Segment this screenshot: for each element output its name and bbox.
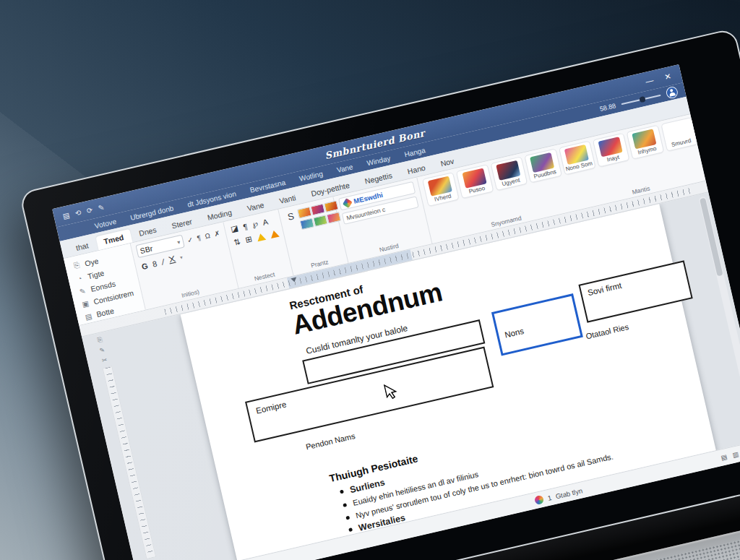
- style-chips[interactable]: [297, 201, 340, 230]
- accessibility-icon[interactable]: [534, 495, 544, 505]
- paragraph-tool-icon[interactable]: ¶: [242, 222, 248, 231]
- gallery-item[interactable]: Pusoo: [456, 164, 494, 199]
- field-caption: Otataol Ries: [585, 322, 629, 340]
- page-number: 1: [546, 494, 552, 502]
- author-group: Iyiws ≈ nSEm Arthbr: [725, 89, 740, 173]
- borders-icon[interactable]: ⊞: [244, 234, 253, 245]
- celebrate-button[interactable]: Iyiws: [730, 100, 740, 134]
- paragraph-tool-icon[interactable]: ◪: [230, 223, 239, 234]
- form-field-nons-selected[interactable]: Nons: [491, 293, 583, 356]
- font-tool-icon[interactable]: ¶: [196, 233, 202, 241]
- zoom-value: 58.88: [599, 102, 616, 113]
- vertical-ruler[interactable]: [102, 366, 156, 559]
- vertical-scrollbar[interactable]: [699, 196, 740, 421]
- style-set-icon[interactable]: S: [286, 210, 295, 223]
- underline-icon[interactable]: ᙭: [168, 254, 176, 265]
- gallery-item[interactable]: Ugyent: [490, 156, 528, 191]
- minimize-button[interactable]: —: [645, 75, 655, 86]
- laptop-lid-bezel: ▤⟲⟳✎ Smbnrtuierd Bonr — ✕ VotoveUbrergd …: [19, 27, 740, 560]
- celebrate-label: Iyiws: [736, 119, 740, 132]
- paragraph-tool-icon[interactable]: A: [262, 217, 269, 226]
- gallery-item[interactable]: Inhymo: [627, 125, 664, 160]
- font-tool-icon[interactable]: Ω: [203, 231, 211, 240]
- canvas-tools: ⎘ ✎ ✂: [94, 335, 111, 364]
- page-icon[interactable]: ⎘: [97, 335, 103, 344]
- sort-icon[interactable]: ⇅: [233, 237, 241, 248]
- chevron-down-icon[interactable]: ▾: [179, 254, 183, 261]
- sidebar-item-label: Tigte: [87, 268, 105, 280]
- font-name-value: SBr: [139, 244, 154, 255]
- scene-background: 567890-= TYUIOP[] GHJKL;' VBNM,./: [0, 0, 740, 560]
- font-mini-icons: ✓¶Ω✗: [186, 228, 221, 244]
- font-color-icon[interactable]: [270, 229, 280, 238]
- paragraph-tool-icon[interactable]: ℘: [251, 219, 259, 229]
- menu-item[interactable]: Votove: [94, 217, 117, 230]
- clip-icon[interactable]: ✂: [101, 356, 108, 364]
- gallery-item[interactable]: Inayt: [593, 133, 630, 168]
- addin-brand-label: MEswdhi: [353, 191, 384, 205]
- sidebar-item-icon: ▤: [84, 311, 93, 321]
- menu-item[interactable]: Hanga: [403, 146, 426, 158]
- font-tool-icon[interactable]: ✓: [186, 235, 194, 244]
- support-label: H2nyeP Bevds: [705, 125, 728, 142]
- gallery-item[interactable]: Puudbns: [524, 148, 562, 183]
- sidebar-item-label: Botte: [95, 306, 115, 319]
- app-window: ▤⟲⟳✎ Smbnrtuierd Bonr — ✕ VotoveUbrergd …: [52, 64, 740, 560]
- quick-access-icon[interactable]: ⟲: [74, 208, 82, 217]
- pendon-label: Pendon Nams: [305, 431, 356, 451]
- group-label: Hoisan: [713, 165, 735, 177]
- account-avatar[interactable]: [665, 86, 679, 100]
- headset-icon[interactable]: [704, 113, 722, 127]
- italic-icon[interactable]: /: [160, 257, 165, 266]
- strikethrough-icon[interactable]: 8: [152, 259, 158, 268]
- gallery-item[interactable]: Nono Som: [559, 140, 596, 175]
- laptop: 567890-= TYUIOP[] GHJKL;' VBNM,./: [19, 27, 740, 560]
- status-text: Gtab tlyn: [555, 486, 584, 500]
- scrollbar-thumb[interactable]: [700, 198, 723, 277]
- field-label: Nons: [504, 314, 577, 340]
- quick-access-icon[interactable]: ⟳: [86, 205, 94, 215]
- field-label: Sovi firmt: [587, 267, 686, 298]
- quick-access-icon[interactable]: ▤: [62, 211, 71, 220]
- sidebar-item-icon: ▣: [81, 299, 90, 309]
- sidebar-item-icon: ⎘: [72, 260, 81, 270]
- bold-icon[interactable]: G: [141, 261, 149, 271]
- view-mode-icon[interactable]: ▤: [720, 453, 728, 462]
- gallery-item[interactable]: Smuvrd: [661, 117, 698, 152]
- close-button[interactable]: ✕: [663, 71, 672, 82]
- sidebar-item-icon: ◔: [75, 273, 85, 283]
- form-field-sovi[interactable]: Sovi firmt: [578, 260, 692, 322]
- highlight-color-icon[interactable]: [256, 232, 266, 241]
- view-mode-icon[interactable]: ▥: [732, 450, 740, 459]
- addin-logo-icon: [343, 198, 353, 208]
- chevron-down-icon: ▾: [176, 238, 181, 246]
- sidebar-item-icon: ✎: [78, 286, 87, 296]
- font-tool-icon[interactable]: ✗: [212, 228, 221, 238]
- gallery-item[interactable]: IVherd: [422, 172, 460, 207]
- sidebar-item-label: Oye: [84, 257, 99, 268]
- menu-item[interactable]: Vane: [336, 163, 354, 174]
- pin-icon[interactable]: ✎: [99, 346, 106, 354]
